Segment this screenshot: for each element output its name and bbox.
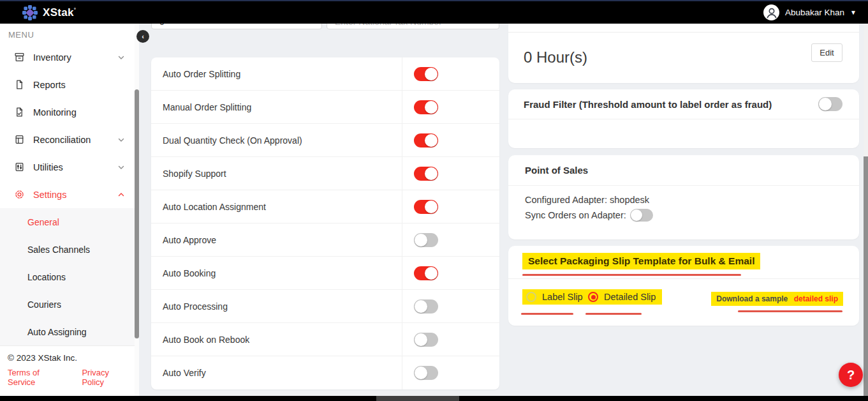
sidebar-item-label: Settings [33,190,66,200]
setting-label: Auto Approve [151,235,216,245]
radio-option-detailed-slip[interactable]: Detailed Slip [584,289,662,305]
setting-row-shopify-support: Shopify Support [151,157,499,190]
toggle-shopify-support[interactable] [414,167,438,181]
detailed-slip-link[interactable]: detailed slip [794,294,838,303]
sidebar-nav: Inventory Reports Monitoring Reconciliat… [0,43,135,208]
sidebar-item-reconciliation[interactable]: Reconciliation [0,126,135,153]
submenu-item-couriers[interactable]: Couriers [0,291,135,318]
page-scrollbar[interactable] [864,24,868,396]
sidebar-item-inventory[interactable]: Inventory [0,43,135,71]
settings-gear-icon [14,189,25,200]
packaging-slip-title: Select Packaging Slip Template for Bulk … [522,253,760,269]
submenu-item-label: Auto Assigning [27,327,87,337]
setting-label: Shopify Support [151,169,226,179]
submenu-item-label: Sales Channels [27,245,90,255]
sidebar-scrollbar-thumb[interactable] [135,89,139,338]
help-button[interactable]: ? [839,363,863,387]
setting-row-auto-booking: Auto Booking [151,257,499,290]
radio-icon [526,292,536,302]
menu-section-label: MENU [0,24,135,43]
setting-label: Auto Processing [151,301,228,312]
card-divider [508,32,859,33]
user-menu[interactable]: Abubakar Khan ▼ [763,4,857,20]
toggle-auto-order-splitting[interactable] [414,67,438,81]
toggle-auto-book-on-rebook[interactable] [414,333,438,347]
packaging-slip-card: Select Packaging Slip Template for Bulk … [508,246,859,326]
toggle-knob [425,68,438,80]
submenu-item-label: General [27,217,59,227]
submenu-item-general[interactable]: General [0,208,135,236]
sidebar-collapse-button[interactable]: ‹ [136,30,149,43]
setting-label: Auto Location Assignment [151,202,266,212]
highlight-underline [738,310,842,312]
reports-icon [14,79,25,90]
packaging-slip-header: Select Packaging Slip Template for Bulk … [508,246,859,279]
submenu-item-locations[interactable]: Locations [0,263,135,291]
setting-row-auto-approve: Auto Approve [151,223,499,257]
setting-row-auto-verify: Auto Verify [151,356,499,390]
setting-label: Dual Quantity Check (On Approval) [151,135,302,146]
utilities-icon [14,162,25,172]
sidebar: MENU Inventory Reports Monitoring Reconc… [0,24,135,396]
highlight-underline [585,313,642,315]
toggle-knob [415,300,427,313]
terms-of-service-link[interactable]: Terms of Service [8,368,61,387]
radio-label: Label Slip [542,292,583,302]
sidebar-item-monitoring[interactable]: Monitoring [0,98,135,126]
user-name: Abubakar Khan [785,8,844,17]
sidebar-item-label: Reports [33,80,66,90]
toggle-manual-order-splitting[interactable] [414,100,438,114]
setting-label: Auto Verify [151,368,206,378]
toggle-knob [425,167,438,180]
sidebar-item-label: Reconciliation [33,135,91,145]
edit-button[interactable]: Edit [811,43,842,62]
horizontal-scrollbar-thumb[interactable] [376,396,459,401]
toggle-knob [425,134,438,147]
toggle-auto-location-assignment[interactable] [414,200,438,214]
copyright-text: © 2023 XStak Inc. [8,353,127,363]
toggle-auto-approve[interactable] [414,233,438,247]
submenu-item-label: Couriers [27,299,61,310]
setting-row-auto-book-on-rebook: Auto Book on Rebook [151,323,499,356]
sidebar-item-utilities[interactable]: Utilities [0,153,135,181]
chevron-down-icon [117,135,126,144]
submenu-item-label: Locations [27,272,66,282]
brand-logo[interactable]: XStak° [22,4,76,21]
sidebar-item-settings[interactable]: Settings [0,181,135,208]
inventory-icon [14,52,25,63]
xstak-asterisk-icon [22,4,38,21]
toggle-auto-verify[interactable] [414,366,438,380]
person-icon [765,6,779,20]
setting-row-auto-processing: Auto Processing [151,290,499,323]
fraud-filter-toggle[interactable] [818,97,842,111]
setting-row-dual-quantity-check-on-approval: Dual Quantity Check (On Approval) [151,124,499,157]
privacy-policy-link[interactable]: Privacy Policy [82,368,127,387]
highlight-underline [521,313,573,315]
setting-label: Auto Booking [151,268,216,278]
toggle-dual-quantity-check-on-approval[interactable] [414,133,438,148]
download-sample-link[interactable]: Download a sample detailed slip [711,292,843,306]
setting-label: Auto Order Splitting [151,69,240,79]
fraud-filter-card: Fraud Filter (Threshold amount to label … [508,89,859,148]
sidebar-scrollbar[interactable] [135,24,139,396]
submenu-item-sales-channels[interactable]: Sales Channels [0,236,135,263]
submenu-item-auto-assigning[interactable]: Auto Assigning [0,318,135,345]
configured-adapter-text: Configured Adapter: shopdesk [525,195,859,205]
page-scrollbar-thumb[interactable] [864,156,868,396]
sync-orders-toggle[interactable] [630,209,653,222]
toggle-knob [425,200,438,213]
toggle-auto-processing[interactable] [414,299,438,314]
point-of-sales-title: Point of Sales [508,155,859,186]
chevron-up-icon [117,190,126,199]
radio-option-label-slip[interactable]: Label Slip [522,289,589,305]
radio-icon [588,292,598,302]
toggle-knob [415,234,427,246]
setting-label: Manual Order Splitting [151,102,251,112]
toggle-auto-booking[interactable] [414,266,438,280]
chevron-down-icon [117,53,126,62]
avatar [763,4,779,20]
sidebar-item-reports[interactable]: Reports [0,71,135,98]
point-of-sales-card: Point of Sales Configured Adapter: shopd… [508,155,859,239]
top-header: XStak° Abubakar Khan ▼ [0,0,868,24]
bottom-horizontal-scrollbar[interactable] [0,396,868,401]
